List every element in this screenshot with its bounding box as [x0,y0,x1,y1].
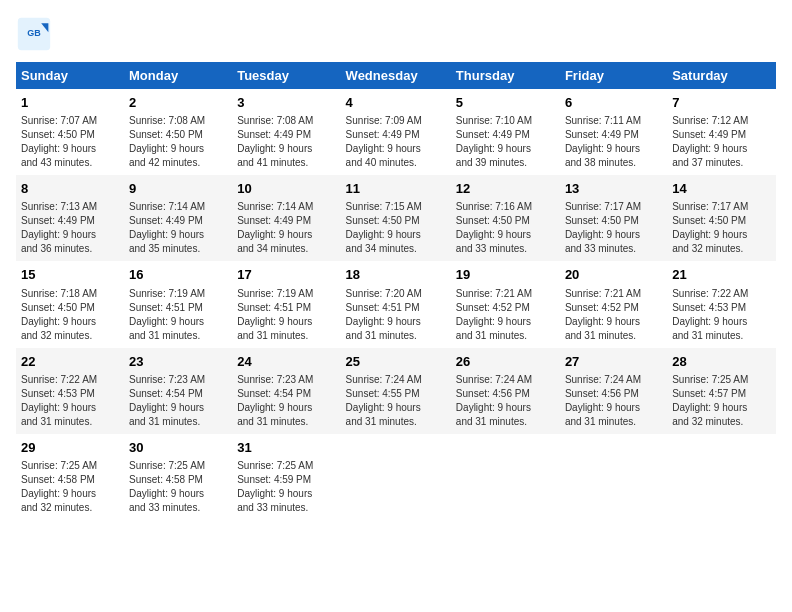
calendar-cell: 16Sunrise: 7:19 AMSunset: 4:51 PMDayligh… [124,261,232,347]
calendar-cell: 21Sunrise: 7:22 AMSunset: 4:53 PMDayligh… [667,261,776,347]
day-info: Sunrise: 7:07 AMSunset: 4:50 PMDaylight:… [21,114,119,170]
day-number: 8 [21,180,119,198]
day-number: 31 [237,439,335,457]
header-friday: Friday [560,62,667,89]
logo-icon: GB [16,16,52,52]
day-info: Sunrise: 7:23 AMSunset: 4:54 PMDaylight:… [129,373,227,429]
day-number: 24 [237,353,335,371]
day-info: Sunrise: 7:25 AMSunset: 4:59 PMDaylight:… [237,459,335,515]
calendar-cell: 9Sunrise: 7:14 AMSunset: 4:49 PMDaylight… [124,175,232,261]
day-number: 15 [21,266,119,284]
day-info: Sunrise: 7:15 AMSunset: 4:50 PMDaylight:… [346,200,446,256]
calendar-cell: 10Sunrise: 7:14 AMSunset: 4:49 PMDayligh… [232,175,340,261]
day-number: 20 [565,266,662,284]
header-thursday: Thursday [451,62,560,89]
calendar-cell: 29Sunrise: 7:25 AMSunset: 4:58 PMDayligh… [16,434,124,520]
day-info: Sunrise: 7:20 AMSunset: 4:51 PMDaylight:… [346,287,446,343]
day-info: Sunrise: 7:25 AMSunset: 4:58 PMDaylight:… [21,459,119,515]
day-number: 30 [129,439,227,457]
calendar-cell: 1Sunrise: 7:07 AMSunset: 4:50 PMDaylight… [16,89,124,175]
day-number: 17 [237,266,335,284]
calendar-cell: 17Sunrise: 7:19 AMSunset: 4:51 PMDayligh… [232,261,340,347]
calendar-week-1: 1Sunrise: 7:07 AMSunset: 4:50 PMDaylight… [16,89,776,175]
day-number: 2 [129,94,227,112]
calendar-cell [667,434,776,520]
calendar-table: SundayMondayTuesdayWednesdayThursdayFrid… [16,62,776,520]
header-sunday: Sunday [16,62,124,89]
calendar-cell: 20Sunrise: 7:21 AMSunset: 4:52 PMDayligh… [560,261,667,347]
day-info: Sunrise: 7:16 AMSunset: 4:50 PMDaylight:… [456,200,555,256]
day-info: Sunrise: 7:19 AMSunset: 4:51 PMDaylight:… [237,287,335,343]
svg-text:GB: GB [27,28,41,38]
calendar-cell: 31Sunrise: 7:25 AMSunset: 4:59 PMDayligh… [232,434,340,520]
day-number: 13 [565,180,662,198]
day-info: Sunrise: 7:09 AMSunset: 4:49 PMDaylight:… [346,114,446,170]
day-info: Sunrise: 7:25 AMSunset: 4:58 PMDaylight:… [129,459,227,515]
day-info: Sunrise: 7:14 AMSunset: 4:49 PMDaylight:… [237,200,335,256]
calendar-cell: 14Sunrise: 7:17 AMSunset: 4:50 PMDayligh… [667,175,776,261]
calendar-cell: 30Sunrise: 7:25 AMSunset: 4:58 PMDayligh… [124,434,232,520]
calendar-cell: 19Sunrise: 7:21 AMSunset: 4:52 PMDayligh… [451,261,560,347]
day-info: Sunrise: 7:24 AMSunset: 4:55 PMDaylight:… [346,373,446,429]
day-number: 21 [672,266,771,284]
calendar-cell: 3Sunrise: 7:08 AMSunset: 4:49 PMDaylight… [232,89,340,175]
calendar-cell: 2Sunrise: 7:08 AMSunset: 4:50 PMDaylight… [124,89,232,175]
calendar-cell: 22Sunrise: 7:22 AMSunset: 4:53 PMDayligh… [16,348,124,434]
day-number: 26 [456,353,555,371]
day-number: 3 [237,94,335,112]
day-number: 6 [565,94,662,112]
calendar-cell: 5Sunrise: 7:10 AMSunset: 4:49 PMDaylight… [451,89,560,175]
calendar-cell: 15Sunrise: 7:18 AMSunset: 4:50 PMDayligh… [16,261,124,347]
day-number: 25 [346,353,446,371]
day-info: Sunrise: 7:13 AMSunset: 4:49 PMDaylight:… [21,200,119,256]
calendar-cell: 28Sunrise: 7:25 AMSunset: 4:57 PMDayligh… [667,348,776,434]
day-info: Sunrise: 7:21 AMSunset: 4:52 PMDaylight:… [456,287,555,343]
calendar-cell: 13Sunrise: 7:17 AMSunset: 4:50 PMDayligh… [560,175,667,261]
day-number: 7 [672,94,771,112]
day-info: Sunrise: 7:22 AMSunset: 4:53 PMDaylight:… [21,373,119,429]
header-monday: Monday [124,62,232,89]
calendar-cell: 23Sunrise: 7:23 AMSunset: 4:54 PMDayligh… [124,348,232,434]
day-number: 1 [21,94,119,112]
calendar-cell: 27Sunrise: 7:24 AMSunset: 4:56 PMDayligh… [560,348,667,434]
calendar-week-2: 8Sunrise: 7:13 AMSunset: 4:49 PMDaylight… [16,175,776,261]
calendar-cell: 12Sunrise: 7:16 AMSunset: 4:50 PMDayligh… [451,175,560,261]
calendar-cell: 26Sunrise: 7:24 AMSunset: 4:56 PMDayligh… [451,348,560,434]
page-header: GB [16,16,776,52]
day-info: Sunrise: 7:08 AMSunset: 4:49 PMDaylight:… [237,114,335,170]
header-saturday: Saturday [667,62,776,89]
day-number: 4 [346,94,446,112]
day-number: 10 [237,180,335,198]
calendar-cell [451,434,560,520]
day-number: 28 [672,353,771,371]
day-info: Sunrise: 7:17 AMSunset: 4:50 PMDaylight:… [565,200,662,256]
calendar-cell: 7Sunrise: 7:12 AMSunset: 4:49 PMDaylight… [667,89,776,175]
day-number: 12 [456,180,555,198]
day-number: 22 [21,353,119,371]
day-number: 16 [129,266,227,284]
day-info: Sunrise: 7:08 AMSunset: 4:50 PMDaylight:… [129,114,227,170]
day-number: 27 [565,353,662,371]
day-number: 9 [129,180,227,198]
calendar-header-row: SundayMondayTuesdayWednesdayThursdayFrid… [16,62,776,89]
day-info: Sunrise: 7:24 AMSunset: 4:56 PMDaylight:… [456,373,555,429]
calendar-week-5: 29Sunrise: 7:25 AMSunset: 4:58 PMDayligh… [16,434,776,520]
day-info: Sunrise: 7:21 AMSunset: 4:52 PMDaylight:… [565,287,662,343]
day-info: Sunrise: 7:14 AMSunset: 4:49 PMDaylight:… [129,200,227,256]
day-info: Sunrise: 7:19 AMSunset: 4:51 PMDaylight:… [129,287,227,343]
calendar-cell: 25Sunrise: 7:24 AMSunset: 4:55 PMDayligh… [341,348,451,434]
logo: GB [16,16,56,52]
calendar-cell: 11Sunrise: 7:15 AMSunset: 4:50 PMDayligh… [341,175,451,261]
day-number: 29 [21,439,119,457]
day-number: 19 [456,266,555,284]
day-number: 18 [346,266,446,284]
calendar-cell: 4Sunrise: 7:09 AMSunset: 4:49 PMDaylight… [341,89,451,175]
header-wednesday: Wednesday [341,62,451,89]
day-info: Sunrise: 7:25 AMSunset: 4:57 PMDaylight:… [672,373,771,429]
day-info: Sunrise: 7:18 AMSunset: 4:50 PMDaylight:… [21,287,119,343]
calendar-cell: 18Sunrise: 7:20 AMSunset: 4:51 PMDayligh… [341,261,451,347]
day-info: Sunrise: 7:12 AMSunset: 4:49 PMDaylight:… [672,114,771,170]
day-info: Sunrise: 7:22 AMSunset: 4:53 PMDaylight:… [672,287,771,343]
calendar-cell [560,434,667,520]
day-number: 5 [456,94,555,112]
